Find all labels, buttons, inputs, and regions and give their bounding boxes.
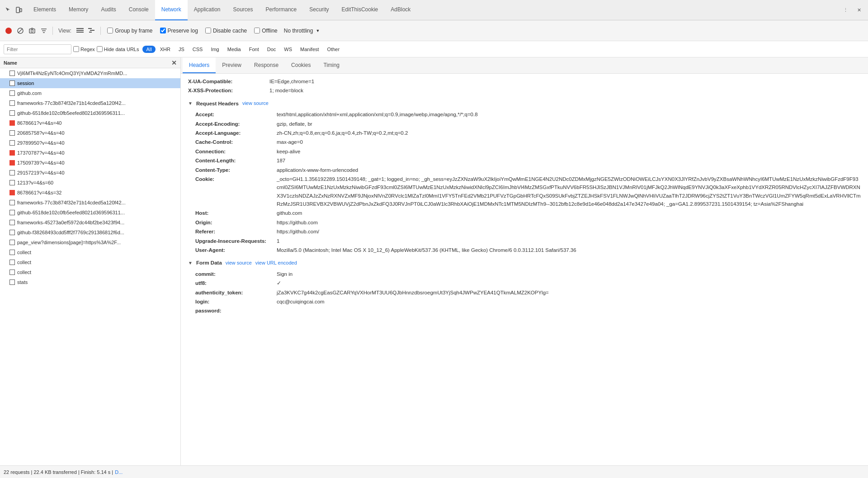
filter-input[interactable] <box>4 44 71 54</box>
group-by-frame-checkbox[interactable]: Group by frame <box>104 28 155 34</box>
tab-network[interactable]: Network <box>155 0 188 20</box>
network-item[interactable]: frameworks-77c3b874f32e71b14cded5a120f42… <box>0 98 180 108</box>
network-item[interactable]: stats <box>0 277 180 287</box>
detail-tab-response[interactable]: Response <box>248 57 285 73</box>
network-item-icon <box>9 219 15 226</box>
filter-type-doc[interactable]: Doc <box>264 46 280 53</box>
regex-checkbox[interactable]: Regex <box>73 46 95 52</box>
network-item[interactable]: VjI6MTk4NzEyNTc4OmQ3YjYxMDA2YmRmMD... <box>0 68 180 78</box>
network-item[interactable]: collect <box>0 247 180 257</box>
form-data-section[interactable]: ▼Form Dataview sourceview URL encoded <box>188 259 861 267</box>
network-item[interactable]: 17509739?v=4&s=40 <box>0 158 180 168</box>
network-item[interactable]: github-f38268493cdd5fff2f7769c291386812f… <box>0 227 180 237</box>
filter-type-font[interactable]: Font <box>245 46 263 53</box>
filter-toggle-button[interactable] <box>39 26 49 36</box>
tab-sources[interactable]: Sources <box>227 0 259 20</box>
preserve-log-input[interactable] <box>160 28 166 33</box>
filter-type-xhr[interactable]: XHR <box>156 46 174 53</box>
close-devtools-icon[interactable]: ✕ <box>854 5 864 15</box>
svg-rect-14 <box>90 30 94 31</box>
detail-tab-preview[interactable]: Preview <box>216 57 248 73</box>
form-url-encoded-link[interactable]: view URL encoded <box>255 259 297 267</box>
network-item-icon <box>9 249 15 256</box>
network-item[interactable]: 8678661?v=4&s=40 <box>0 118 180 128</box>
tab-application[interactable]: Application <box>188 0 227 20</box>
network-item[interactable]: 29157219?v=4&s=40 <box>0 168 180 178</box>
tab-audits[interactable]: Audits <box>94 0 122 20</box>
hide-data-urls-checkbox[interactable]: Hide data URLs <box>97 46 139 52</box>
filter-type-all[interactable]: All <box>142 46 155 53</box>
filter-type-other[interactable]: Other <box>324 46 344 53</box>
network-list-body[interactable]: VjI6MTk4NzEyNTc4OmQ3YjYxMDA2YmRmMD...ses… <box>0 68 180 465</box>
offline-checkbox[interactable]: Offline <box>251 28 280 34</box>
network-list-close[interactable]: ✕ <box>171 60 177 66</box>
view-source-link[interactable]: view source <box>242 99 269 108</box>
disable-cache-input[interactable] <box>205 28 211 33</box>
disable-cache-checkbox[interactable]: Disable cache <box>203 28 250 34</box>
header-row: Connection:keep-alive <box>195 147 861 156</box>
toolbar-sep-2 <box>100 27 101 35</box>
network-item[interactable]: 8678661?v=4&s=32 <box>0 188 180 198</box>
filter-type-js[interactable]: JS <box>175 46 188 53</box>
header-row: Content-Type:application/x-www-form-urle… <box>195 166 861 174</box>
request-headers-section[interactable]: ▼Request Headersview source <box>188 99 861 108</box>
header-key: Referer: <box>195 227 277 236</box>
network-item[interactable]: 17370787?v=4&s=40 <box>0 148 180 158</box>
network-item[interactable]: github-6518de102c0fb5eefed8021d369596311… <box>0 208 180 218</box>
tab-performance[interactable]: Performance <box>259 0 303 20</box>
header-row: Referer:https://github.com/ <box>195 227 861 236</box>
header-value: max-age=0 <box>277 138 303 146</box>
filter-type-css[interactable]: CSS <box>189 46 207 53</box>
network-item[interactable]: 1213?v=4&s=60 <box>0 178 180 188</box>
network-item-name: frameworks-77c3b874f32e71b14cded5a120f42… <box>17 100 126 106</box>
network-item[interactable]: frameworks-45273a0ef5972dc44bf2be3423f94… <box>0 218 180 227</box>
throttle-select[interactable]: No throttling ▼ <box>282 27 322 35</box>
offline-input[interactable] <box>254 28 260 33</box>
hide-data-urls-input[interactable] <box>97 46 103 52</box>
tab-memory[interactable]: Memory <box>62 0 94 20</box>
list-view-button[interactable] <box>75 26 85 36</box>
header-row: Cache-Control:max-age=0 <box>195 138 861 146</box>
detail-tabs: HeadersPreviewResponseCookiesTiming <box>181 57 868 74</box>
filter-type-ws[interactable]: WS <box>280 46 296 53</box>
network-item[interactable]: page_view?dimensions[page]=https%3A%2F..… <box>0 237 180 247</box>
preserve-log-checkbox[interactable]: Preserve log <box>157 28 201 34</box>
header-key: password: <box>195 307 277 315</box>
header-key: Content-Length: <box>195 156 277 165</box>
inspect-icon[interactable] <box>4 5 13 14</box>
network-item[interactable]: github-6518de102c0fb5eefed8021d369596311… <box>0 108 180 118</box>
network-item[interactable]: 20685758?v=4&s=40 <box>0 128 180 138</box>
filter-type-manifest[interactable]: Manifest <box>297 46 323 53</box>
filter-type-img[interactable]: Img <box>207 46 222 53</box>
group-by-frame-input[interactable] <box>107 28 113 33</box>
form-view-source-link[interactable]: view source <box>226 259 252 267</box>
tab-console[interactable]: Console <box>123 0 155 20</box>
record-button[interactable] <box>4 26 14 36</box>
clear-button[interactable] <box>15 26 25 36</box>
detail-tab-headers[interactable]: Headers <box>183 57 216 73</box>
header-row: Content-Length:187 <box>195 156 861 165</box>
header-key: Upgrade-Insecure-Requests: <box>195 237 277 245</box>
device-toolbar-icon[interactable] <box>14 5 24 14</box>
network-item-icon <box>9 100 15 106</box>
tab-elements[interactable]: Elements <box>27 0 62 20</box>
network-item[interactable]: collect <box>0 267 180 277</box>
tab-security[interactable]: Security <box>303 0 335 20</box>
detail-tab-timing[interactable]: Timing <box>317 57 346 73</box>
waterfall-view-button[interactable] <box>87 26 97 36</box>
network-item[interactable]: frameworks-77c3b874f32e71b14cded5a120f42… <box>0 198 180 208</box>
network-item[interactable]: 29789950?v=4&s=40 <box>0 138 180 148</box>
screenshot-button[interactable] <box>27 26 37 36</box>
header-row: login:cqc@cuiqingcai.com <box>195 298 861 306</box>
filter-type-media[interactable]: Media <box>224 46 245 53</box>
regex-input[interactable] <box>73 46 79 52</box>
tab-adblock[interactable]: AdBlock <box>384 0 417 20</box>
network-item[interactable]: collect <box>0 257 180 267</box>
network-item[interactable]: github.com <box>0 88 180 98</box>
tab-editthiscookie[interactable]: EditThisCookie <box>335 0 385 20</box>
status-link[interactable]: D... <box>115 469 123 475</box>
detail-tab-cookies[interactable]: Cookies <box>285 57 317 73</box>
network-item[interactable]: session <box>0 78 180 88</box>
more-options-icon[interactable]: ⋮ <box>840 5 851 15</box>
detail-panel: HeadersPreviewResponseCookiesTiming X-UA… <box>181 57 868 465</box>
